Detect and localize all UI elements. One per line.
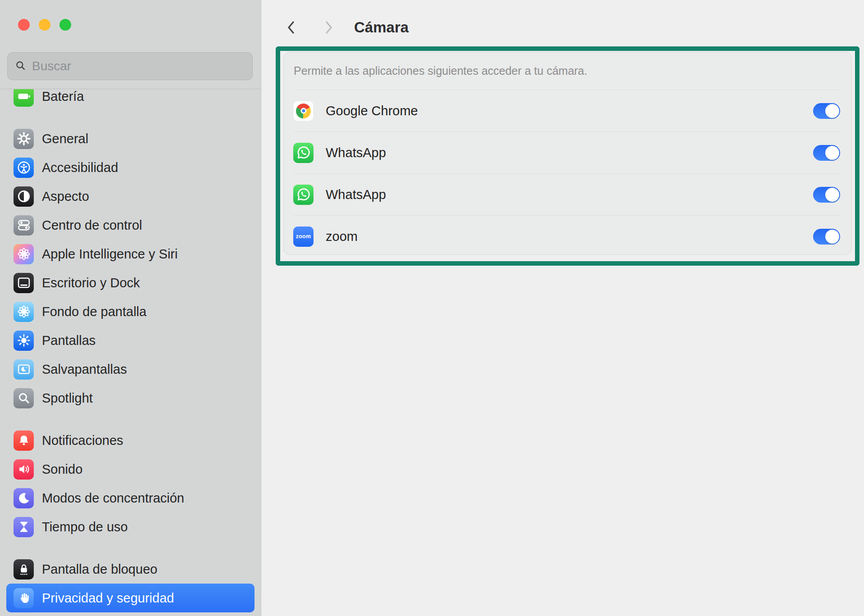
sidebar-group: GeneralAccesibilidadAspectoCentro de con…: [6, 124, 255, 412]
sidebar-group: NotificacionesSonidoModos de concentraci…: [6, 426, 255, 541]
gear-icon: [14, 129, 34, 149]
sidebar-item-notificaciones[interactable]: Notificaciones: [6, 426, 255, 455]
camera-toggle[interactable]: [813, 145, 840, 161]
contrast-icon: [14, 186, 34, 207]
sidebar-item-spotlight[interactable]: Spotlight: [6, 384, 255, 412]
system-settings-window: Buscar BateríaGeneralAccesibilidadAspect…: [0, 0, 864, 616]
bell-icon: [14, 430, 34, 451]
sidebar-item-accesibilidad[interactable]: Accesibilidad: [6, 153, 255, 182]
moon-icon: [14, 488, 34, 508]
sidebar-item-label: Sonido: [42, 462, 82, 477]
chevron-left-icon: [286, 20, 296, 35]
hourglass-icon: [14, 517, 34, 537]
camera-toggle[interactable]: [813, 229, 840, 245]
app-name: zoom: [326, 229, 358, 244]
sun-icon: [14, 331, 34, 351]
sidebar-item-label: Batería: [42, 89, 84, 104]
app-name: WhatsApp: [326, 187, 386, 202]
sidebar-group: Batería: [6, 89, 255, 111]
sidebar-item-label: Salvapantallas: [42, 362, 127, 377]
magnifier-icon: [14, 388, 34, 408]
sidebar-item-bateria[interactable]: Batería: [6, 89, 255, 111]
chevron-right-icon: [324, 20, 334, 35]
sidebar-item-escritorio-y-dock[interactable]: Escritorio y Dock: [6, 268, 255, 297]
whatsapp-icon: [293, 185, 314, 205]
accessibility-icon: [14, 158, 34, 178]
back-button[interactable]: [285, 19, 297, 36]
sidebar-item-label: Pantalla de bloqueo: [42, 562, 157, 577]
search-placeholder: Buscar: [32, 59, 71, 73]
camera-permissions-description: Permite a las aplicaciones siguientes ac…: [284, 52, 851, 90]
search-input[interactable]: Buscar: [7, 52, 253, 80]
minimize-button[interactable]: [39, 19, 50, 31]
whatsapp-icon: [293, 143, 314, 163]
zoom-app-icon: zoom: [293, 226, 314, 247]
sidebar: Buscar BateríaGeneralAccesibilidadAspect…: [0, 0, 261, 616]
sidebar-item-apple-intelligence-siri[interactable]: Apple Intelligence y Siri: [6, 240, 255, 268]
ai-flower-icon: [14, 244, 34, 264]
sidebar-item-label: Pantallas: [42, 333, 95, 348]
close-button[interactable]: [18, 19, 30, 31]
sidebar-group: Pantalla de bloqueoPrivacidad y segurida…: [6, 555, 255, 612]
sidebar-item-general[interactable]: General: [6, 124, 255, 153]
app-row: WhatsApp: [293, 173, 840, 215]
main-panel: Cámara Permite a las aplicaciones siguie…: [262, 0, 864, 616]
sidebar-item-label: Aspecto: [42, 189, 89, 204]
app-row: Google Chrome: [293, 90, 840, 131]
sidebar-list: BateríaGeneralAccesibilidadAspectoCentro…: [0, 89, 261, 616]
sidebar-item-label: Tiempo de uso: [42, 520, 128, 534]
lock-icon: [14, 559, 34, 580]
app-row: WhatsApp: [293, 131, 840, 173]
annotation-rectangle: Permite a las aplicaciones siguientes ac…: [276, 46, 859, 266]
sidebar-item-privacidad-y-seguridad[interactable]: Privacidad y seguridad: [6, 584, 255, 612]
sidebar-item-label: Apple Intelligence y Siri: [42, 247, 177, 262]
sidebar-item-aspecto[interactable]: Aspecto: [6, 182, 255, 211]
page-title: Cámara: [354, 19, 409, 36]
screensaver-icon: [14, 359, 34, 380]
google-chrome-icon: [293, 101, 314, 121]
sidebar-item-fondo-de-pantalla[interactable]: Fondo de pantalla: [6, 297, 255, 326]
search-icon: [15, 60, 26, 73]
forward-button[interactable]: [323, 19, 335, 36]
speaker-icon: [14, 459, 34, 480]
sidebar-item-sonido[interactable]: Sonido: [6, 455, 255, 484]
sidebar-item-pantallas[interactable]: Pantallas: [6, 326, 255, 355]
app-name: WhatsApp: [326, 145, 386, 160]
sidebar-item-label: Privacidad y seguridad: [42, 591, 174, 606]
sidebar-item-tiempo-de-uso[interactable]: Tiempo de uso: [6, 512, 255, 541]
app-row: zoomzoom: [293, 215, 840, 255]
app-permission-list: Google ChromeWhatsAppWhatsAppzoomzoom: [293, 90, 840, 255]
camera-toggle[interactable]: [813, 187, 840, 203]
camera-permissions-card: Permite a las aplicaciones siguientes ac…: [283, 52, 852, 255]
zoom-button[interactable]: [59, 19, 71, 31]
sidebar-item-label: Notificaciones: [42, 433, 123, 448]
sidebar-item-label: General: [42, 131, 88, 146]
navigation-header: Cámara: [285, 17, 409, 38]
battery-icon: [14, 89, 34, 107]
window-dock-icon: [14, 273, 34, 293]
window-controls: [18, 19, 71, 31]
hand-icon: [14, 588, 34, 608]
sidebar-item-label: Centro de control: [42, 218, 142, 233]
app-name: Google Chrome: [326, 104, 418, 118]
sidebar-item-centro-de-control[interactable]: Centro de control: [6, 211, 255, 240]
sidebar-item-label: Fondo de pantalla: [42, 304, 146, 319]
control-center-icon: [14, 215, 34, 236]
camera-toggle[interactable]: [813, 103, 840, 119]
flower-icon: [14, 302, 34, 322]
sidebar-item-label: Spotlight: [42, 391, 93, 406]
sidebar-item-label: Modos de concentración: [42, 491, 184, 506]
sidebar-item-label: Accesibilidad: [42, 160, 118, 175]
sidebar-item-pantalla-de-bloqueo[interactable]: Pantalla de bloqueo: [6, 555, 255, 584]
sidebar-item-label: Escritorio y Dock: [42, 276, 140, 290]
sidebar-item-modos-de-concentracion[interactable]: Modos de concentración: [6, 484, 255, 512]
sidebar-item-salvapantallas[interactable]: Salvapantallas: [6, 355, 255, 384]
